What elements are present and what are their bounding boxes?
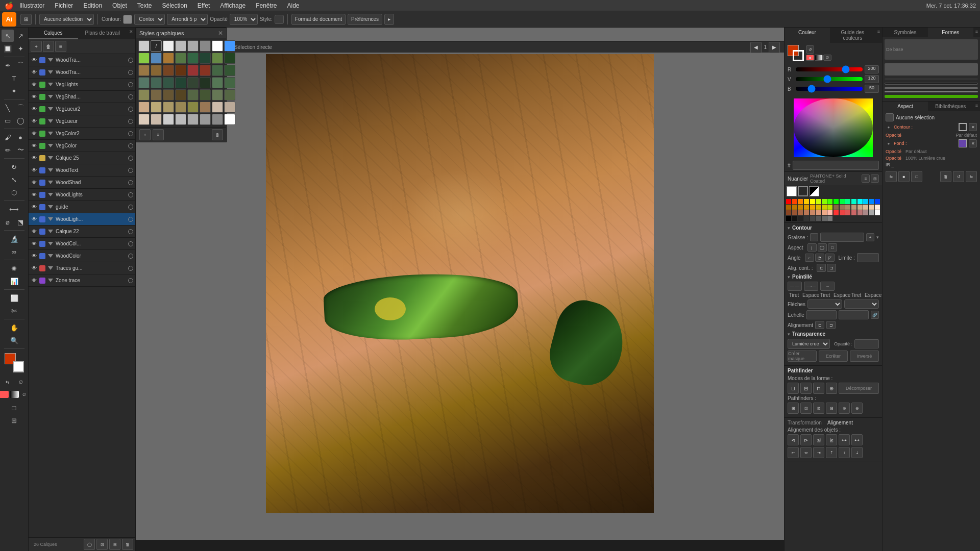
layer-lock[interactable] <box>119 265 127 272</box>
join-miter-btn[interactable]: ⌐ <box>805 254 814 262</box>
gs-item[interactable] <box>224 102 235 113</box>
pointille-btn-1[interactable]: — — <box>788 282 802 291</box>
fond-options-btn[interactable]: ✕ <box>969 139 977 147</box>
swatch-item[interactable] <box>822 199 827 204</box>
swatch-item[interactable] <box>798 205 803 210</box>
layer-vis[interactable]: 👁 <box>31 240 38 247</box>
gs-item[interactable] <box>224 65 235 76</box>
fr-style-6[interactable] <box>885 95 978 98</box>
gs-menu-btn[interactable]: ≡ <box>153 129 164 140</box>
dist-center-h-btn[interactable]: ⇔ <box>800 447 812 458</box>
opacite-select[interactable]: 100% <box>230 14 258 25</box>
swatch-item[interactable] <box>792 199 797 204</box>
creer-masque-btn[interactable]: Créer masque <box>788 350 817 362</box>
gs-item[interactable] <box>187 65 199 76</box>
minus-front-btn[interactable]: ⊟ <box>800 383 812 394</box>
layer-item[interactable]: 👁 VegLueur2 <box>29 103 135 115</box>
swatch-item[interactable] <box>857 210 863 215</box>
swatch-item[interactable] <box>851 205 856 210</box>
layer-expand[interactable] <box>48 132 53 135</box>
apply-color-btn[interactable]: ■ <box>806 55 814 61</box>
aspect-fx-btn[interactable]: fx <box>966 171 977 182</box>
gs-item[interactable] <box>224 77 235 88</box>
layer-target[interactable] <box>128 180 133 185</box>
column-graph-tool[interactable]: 📊 <box>8 275 20 287</box>
symbol-sprayer-tool[interactable]: ✺ <box>8 262 20 274</box>
pen-tool[interactable]: ✒ <box>2 59 14 71</box>
alignement-tab[interactable]: Alignement <box>827 420 853 425</box>
swatch-item[interactable] <box>822 210 827 215</box>
dist-center-v-btn[interactable]: ↕ <box>839 447 850 458</box>
layer-item[interactable]: 👁 WoodColor <box>29 250 135 262</box>
layer-vis[interactable]: 👁 <box>31 191 38 198</box>
swatch-item[interactable] <box>827 205 832 210</box>
contour-color-btn[interactable] <box>123 15 132 24</box>
selection-dropdown[interactable]: Aucune sélection <box>39 14 94 25</box>
layer-lock[interactable] <box>119 179 127 186</box>
gs-item[interactable] <box>175 102 186 113</box>
swatch-item[interactable] <box>851 199 856 204</box>
alig-center-btn[interactable]: ⊏ <box>817 264 826 272</box>
swatch-item[interactable] <box>875 210 880 215</box>
layer-expand[interactable] <box>48 205 53 209</box>
gs-trash-btn[interactable]: 🗑 <box>212 129 223 140</box>
swatch-item[interactable] <box>827 216 832 221</box>
graisse-input[interactable] <box>820 233 864 242</box>
registration-swatch[interactable] <box>809 186 819 196</box>
swatch-item[interactable] <box>804 216 809 221</box>
gs-item[interactable] <box>224 89 235 101</box>
swatch-item[interactable] <box>816 210 821 215</box>
select-tool[interactable]: ↖ <box>2 30 14 42</box>
swatch-item[interactable] <box>798 210 803 215</box>
intersect-btn[interactable]: ⊓ <box>813 383 824 394</box>
layer-expand[interactable] <box>48 58 53 62</box>
delete-item-btn[interactable]: 🗑 <box>940 171 951 182</box>
layer-item[interactable]: 👁 Calque 25 <box>29 152 135 164</box>
contour-swatch-aspect[interactable] <box>959 123 967 131</box>
decomposer-btn[interactable]: Décomposer <box>839 383 879 394</box>
layer-target[interactable] <box>128 254 133 259</box>
tab-couleur[interactable]: Couleur <box>785 28 830 43</box>
r-value[interactable]: 200 <box>865 65 879 73</box>
fr-style-4[interactable] <box>885 87 978 89</box>
transformation-tab[interactable]: Transformation <box>788 420 822 425</box>
gs-item[interactable] <box>212 89 223 101</box>
layer-vis[interactable]: 👁 <box>31 216 38 223</box>
layer-lock[interactable] <box>119 277 127 284</box>
layer-target[interactable] <box>128 229 133 234</box>
nuancier-grid-btn[interactable]: ⊞ <box>871 174 879 183</box>
artboard-tool[interactable]: ⬜ <box>8 292 20 304</box>
layer-expand[interactable] <box>48 230 53 233</box>
layer-vis[interactable]: 👁 <box>31 142 38 149</box>
gs-item[interactable] <box>187 40 199 52</box>
gs-item[interactable] <box>212 77 223 88</box>
gs-item[interactable]: / <box>151 40 162 52</box>
paintbrush-tool[interactable]: 🖌 <box>2 131 14 143</box>
layer-item[interactable]: 👁 WoodShad <box>29 177 135 189</box>
inverse-btn[interactable]: Inversé <box>850 350 879 362</box>
cap-square-btn[interactable]: □ <box>828 243 837 252</box>
rotate-tool[interactable]: ↻ <box>8 161 20 173</box>
opacite-value-t[interactable]: 100% <box>854 339 879 348</box>
menu-objet[interactable]: Objet <box>108 1 131 10</box>
layer-options-btn[interactable]: ≡ <box>55 41 66 52</box>
color-wheel[interactable] <box>794 98 873 157</box>
zoom-tool[interactable]: 🔍 <box>8 334 20 346</box>
swap-fill-stroke[interactable]: ⇆ <box>2 376 14 388</box>
opacite-aspect-label-2[interactable]: Opacité <box>886 149 901 154</box>
layer-target[interactable] <box>128 205 133 210</box>
swatch-item[interactable] <box>840 210 845 215</box>
type-tool[interactable]: T <box>8 72 20 84</box>
layer-target[interactable] <box>128 94 133 99</box>
swatch-item[interactable] <box>822 205 827 210</box>
align-center-v-btn[interactable]: ⊶ <box>839 434 850 445</box>
g-value[interactable]: 120 <box>865 75 879 83</box>
swatch-item[interactable] <box>786 216 791 221</box>
contour-options-btn[interactable]: ✕ <box>969 123 977 131</box>
arc-tool[interactable]: ⌒ <box>14 102 27 114</box>
gs-item[interactable] <box>175 89 186 101</box>
alig-inside-btn[interactable]: ⊐ <box>827 264 836 272</box>
join-round-btn[interactable]: ◔ <box>815 254 824 262</box>
new-stroke-btn[interactable]: □ <box>911 171 922 182</box>
cap-butt-btn[interactable]: | <box>807 243 817 252</box>
